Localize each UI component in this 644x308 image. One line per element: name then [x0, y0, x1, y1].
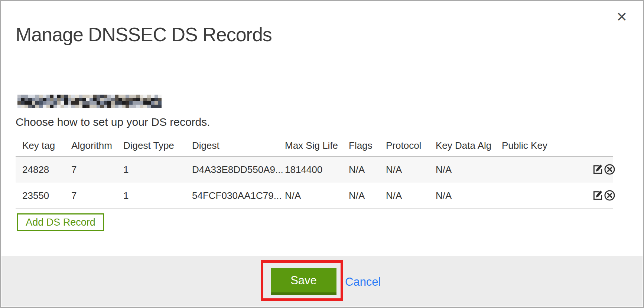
- column-header-key-tag: Key tag: [16, 135, 65, 156]
- save-button[interactable]: Save: [271, 268, 336, 295]
- cell-public-key: [495, 183, 585, 209]
- cell-algorithm: 7: [65, 156, 117, 183]
- circle-x-icon: [604, 164, 615, 176]
- column-header-digest-type: Digest Type: [117, 135, 185, 156]
- cell-actions: [585, 156, 613, 183]
- redacted-domain-name: [17, 95, 162, 108]
- add-ds-record-button[interactable]: Add DS Record: [17, 213, 104, 231]
- instruction-text: Choose how to set up your DS records.: [16, 116, 210, 128]
- cell-digest: D4A33E8DD550A9...: [185, 156, 278, 183]
- edit-record-button[interactable]: [592, 164, 604, 176]
- cell-digest: 54FCF030AA1C79...: [185, 183, 278, 209]
- cell-protocol: N/A: [379, 156, 429, 183]
- dialog-footer: Save Cancel: [1, 256, 643, 307]
- close-button[interactable]: ✕: [614, 9, 630, 25]
- cell-key-tag: 23550: [16, 183, 65, 209]
- add-ds-record-label: Add DS Record: [26, 217, 95, 228]
- pencil-square-icon: [592, 190, 604, 202]
- save-button-label: Save: [290, 274, 317, 287]
- cell-digest-type: 1: [117, 183, 185, 209]
- cancel-link[interactable]: Cancel: [345, 275, 381, 289]
- edit-record-button[interactable]: [592, 190, 604, 202]
- column-header-actions: [585, 135, 613, 156]
- cell-digest-type: 1: [117, 156, 185, 183]
- cell-protocol: N/A: [379, 183, 429, 209]
- dialog-title: Manage DNSSEC DS Records: [16, 23, 272, 46]
- column-header-protocol: Protocol: [379, 135, 429, 156]
- cell-max-sig-life: N/A: [278, 183, 342, 209]
- table-row: 23550 7 1 54FCF030AA1C79... N/A N/A N/A …: [16, 183, 613, 209]
- cell-flags: N/A: [342, 183, 379, 209]
- column-header-max-sig-life: Max Sig Life: [278, 135, 342, 156]
- cell-public-key: [495, 156, 585, 183]
- pencil-square-icon: [592, 164, 604, 176]
- column-header-key-data-alg: Key Data Alg: [429, 135, 495, 156]
- ds-records-table: Key tag Algorithm Digest Type Digest Max…: [16, 135, 613, 209]
- close-icon: ✕: [616, 9, 627, 25]
- cell-flags: N/A: [342, 156, 379, 183]
- column-header-public-key: Public Key: [495, 135, 585, 156]
- cell-algorithm: 7: [65, 183, 117, 209]
- column-header-digest: Digest: [185, 135, 278, 156]
- cell-max-sig-life: 1814400: [278, 156, 342, 183]
- cell-key-data-alg: N/A: [429, 156, 495, 183]
- circle-x-icon: [604, 190, 615, 202]
- delete-record-button[interactable]: [604, 190, 615, 202]
- table-header-row: Key tag Algorithm Digest Type Digest Max…: [16, 135, 613, 156]
- cell-key-data-alg: N/A: [429, 183, 495, 209]
- column-header-algorithm: Algorithm: [65, 135, 117, 156]
- table-row: 24828 7 1 D4A33E8DD550A9... 1814400 N/A …: [16, 156, 613, 183]
- cell-actions: [585, 183, 613, 209]
- delete-record-button[interactable]: [604, 164, 615, 176]
- cell-key-tag: 24828: [16, 156, 65, 183]
- manage-dnssec-dialog: Manage DNSSEC DS Records ✕ Choose how to…: [0, 0, 644, 308]
- column-header-flags: Flags: [342, 135, 379, 156]
